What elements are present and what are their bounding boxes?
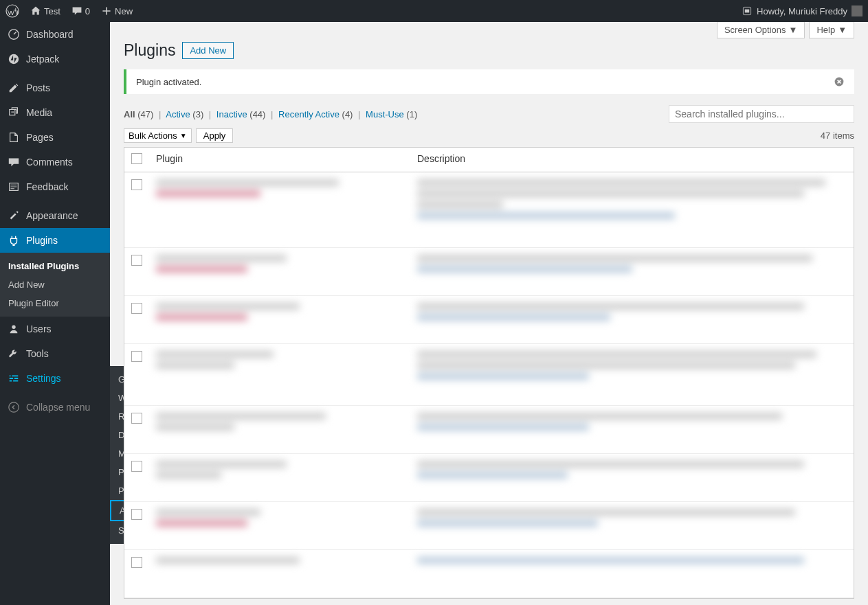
row-checkbox[interactable] — [131, 413, 142, 424]
new-content-link[interactable]: New — [96, 0, 138, 22]
screen-options-tab[interactable]: Screen Options ▼ — [717, 22, 805, 38]
plugins-table: Plugin Description — [124, 147, 854, 599]
menu-settings[interactable]: Settings General Writing Reading Discuss… — [0, 366, 110, 391]
row-checkbox[interactable] — [131, 351, 142, 362]
svg-point-5 — [11, 111, 12, 113]
collapse-icon — [7, 400, 21, 414]
filter-inactive[interactable]: Inactive — [216, 109, 247, 119]
notice-text: Plugin activated. — [136, 77, 201, 87]
avatar[interactable] — [852, 5, 863, 16]
plus-icon — [101, 5, 112, 16]
column-description[interactable]: Description — [417, 153, 847, 166]
chevron-down-icon: ▼ — [789, 25, 798, 35]
svg-point-8 — [12, 326, 15, 329]
chevron-down-icon: ▼ — [838, 25, 847, 35]
table-row — [124, 344, 854, 406]
dashboard-icon — [7, 27, 21, 41]
svg-point-4 — [9, 54, 19, 64]
table-row — [124, 406, 854, 454]
settings-icon — [7, 372, 21, 385]
menu-posts[interactable]: Posts — [0, 76, 110, 100]
jetpack-icon — [7, 52, 21, 66]
comments-count: 0 — [85, 6, 90, 16]
bulk-actions-select[interactable]: Bulk Actions ▼ — [124, 128, 192, 143]
column-plugin[interactable]: Plugin — [156, 153, 417, 166]
users-icon — [7, 322, 21, 336]
menu-dashboard[interactable]: Dashboard — [0, 22, 110, 47]
toolbar-notification-icon[interactable] — [742, 5, 753, 16]
new-label: New — [115, 6, 133, 16]
table-row — [124, 296, 854, 344]
home-icon — [30, 5, 41, 16]
chevron-down-icon: ▼ — [180, 132, 187, 139]
submenu-plugin-editor[interactable]: Plugin Editor — [0, 294, 110, 312]
comments-icon — [7, 155, 21, 169]
menu-plugins[interactable]: Plugins — [0, 228, 110, 253]
filter-links: All (47) | Active (3) | Inactive (44) | … — [124, 109, 417, 119]
table-row — [124, 454, 854, 502]
filter-all[interactable]: All — [124, 109, 135, 119]
row-checkbox[interactable] — [131, 557, 142, 568]
submenu-installed-plugins[interactable]: Installed Plugins — [0, 257, 110, 275]
admin-sidebar: Dashboard Jetpack Posts Media Pages Comm… — [0, 22, 110, 605]
row-checkbox[interactable] — [131, 179, 142, 190]
table-row — [124, 172, 854, 248]
wp-logo[interactable] — [0, 0, 25, 22]
notice-success: Plugin activated. — [124, 69, 854, 94]
svg-point-9 — [9, 402, 19, 412]
admin-toolbar: Test 0 New Howdy, Muriuki Freddy — [0, 0, 868, 22]
svg-rect-2 — [745, 10, 749, 13]
table-row — [124, 550, 854, 598]
menu-jetpack[interactable]: Jetpack — [0, 47, 110, 71]
site-name: Test — [44, 6, 60, 16]
row-checkbox[interactable] — [131, 509, 142, 520]
add-new-button[interactable]: Add New — [182, 42, 234, 59]
page-title: Plugins — [124, 41, 175, 60]
howdy-text[interactable]: Howdy, Muriuki Freddy — [757, 6, 847, 16]
menu-pages[interactable]: Pages — [0, 125, 110, 150]
menu-feedback[interactable]: Feedback — [0, 174, 110, 199]
table-row — [124, 502, 854, 550]
table-row — [124, 248, 854, 296]
menu-users[interactable]: Users — [0, 317, 110, 341]
search-input[interactable] — [669, 105, 854, 123]
appearance-icon — [7, 209, 21, 222]
main-content: Screen Options ▼ Help ▼ Plugins Add New … — [110, 22, 868, 605]
menu-media[interactable]: Media — [0, 100, 110, 125]
feedback-icon — [7, 180, 21, 194]
svg-point-6 — [12, 111, 14, 113]
comment-icon — [71, 5, 82, 16]
submenu-add-new[interactable]: Add New — [0, 275, 110, 294]
apply-button[interactable]: Apply — [196, 128, 234, 143]
menu-comments[interactable]: Comments — [0, 150, 110, 174]
help-tab[interactable]: Help ▼ — [809, 22, 854, 38]
menu-collapse[interactable]: Collapse menu — [0, 395, 110, 420]
menu-appearance[interactable]: Appearance — [0, 203, 110, 228]
posts-icon — [7, 81, 21, 95]
filter-active[interactable]: Active — [166, 109, 190, 119]
filter-recently-active[interactable]: Recently Active — [278, 109, 340, 119]
row-checkbox[interactable] — [131, 255, 142, 266]
comments-link[interactable]: 0 — [66, 0, 96, 22]
plugins-submenu: Installed Plugins Add New Plugin Editor — [0, 253, 110, 317]
menu-tools[interactable]: Tools — [0, 341, 110, 366]
select-all-checkbox[interactable] — [131, 153, 142, 164]
pages-icon — [7, 130, 21, 144]
row-checkbox[interactable] — [131, 461, 142, 472]
media-icon — [7, 106, 21, 119]
plugins-icon — [7, 233, 21, 247]
row-checkbox[interactable] — [131, 303, 142, 314]
item-count: 47 items — [821, 130, 854, 141]
site-name-link[interactable]: Test — [25, 0, 66, 22]
filter-must-use[interactable]: Must-Use — [366, 109, 404, 119]
dismiss-icon[interactable] — [834, 76, 845, 87]
tools-icon — [7, 347, 21, 361]
